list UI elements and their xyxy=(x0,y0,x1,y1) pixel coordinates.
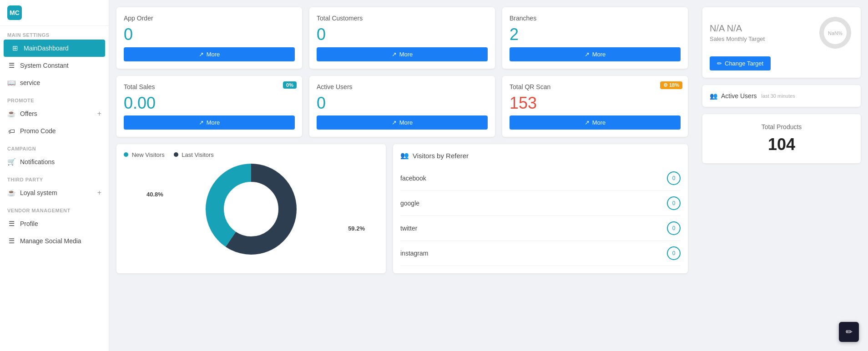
card-title-total-sales: Total Sales xyxy=(124,83,295,90)
card-title-branches: Branches xyxy=(510,15,681,22)
card-title-total-qr-scan: Total QR Scan xyxy=(510,83,681,90)
more-btn-total-customers[interactable]: ↗ More xyxy=(317,47,488,61)
more-link-icon: ↗ xyxy=(392,51,397,58)
referer-row-facebook: facebook 0 xyxy=(400,166,681,191)
visitors-chart-card: New Visitors Last Visitors xyxy=(116,144,386,273)
plus-icon-loyal[interactable]: + xyxy=(97,189,101,197)
social-icon: ☰ xyxy=(7,237,15,245)
referer-row-instagram: instagram 0 xyxy=(400,241,681,266)
more-link-icon: ↗ xyxy=(392,119,397,126)
sidebar-item-main-dashboard[interactable]: ⊞ MainDashboard xyxy=(4,40,105,57)
legend-new-visitors: New Visitors xyxy=(124,151,165,158)
notifications-icon: 🛒 xyxy=(7,158,15,166)
sidebar-item-system-constant[interactable]: ☰ System Constant xyxy=(0,57,109,74)
sidebar-item-notifications[interactable]: 🛒 Notifications xyxy=(0,153,109,170)
sidebar-item-promo-code[interactable]: 🏷 Promo Code xyxy=(0,122,109,140)
nav-label: Profile xyxy=(20,220,38,227)
card-active-users: Active Users 0 ↗ More xyxy=(309,76,495,137)
legend-last-visitors: Last Visitors xyxy=(174,151,214,158)
total-products-card: Total Products 104 xyxy=(702,114,861,163)
section-third-party: Third Party xyxy=(0,170,109,184)
change-target-btn[interactable]: ✏ Change Target xyxy=(710,56,771,70)
sidebar-item-service[interactable]: 📖 service xyxy=(0,74,109,91)
more-btn-total-qr-scan[interactable]: ↗ More xyxy=(510,115,681,130)
nav-label: Loyal system xyxy=(20,189,57,196)
donut-chart-container: 40.8% 59.2% xyxy=(124,164,378,255)
referer-row-google: google 0 xyxy=(400,191,681,216)
system-icon: ☰ xyxy=(7,61,15,70)
promo-icon: 🏷 xyxy=(7,127,15,135)
profile-icon: ☰ xyxy=(7,220,15,228)
badge-0pct: 0% xyxy=(283,81,297,89)
sidebar-item-profile[interactable]: ☰ Profile xyxy=(0,215,109,232)
active-users-time: last 30 minutes xyxy=(762,93,795,99)
new-pct-label: 40.8% xyxy=(146,191,163,198)
referer-row-twitter: twitter 0 xyxy=(400,216,681,241)
card-value-total-customers: 0 xyxy=(317,25,488,44)
more-link-icon: ↗ xyxy=(585,51,590,58)
sales-target-card: N/A N/A Sales Monthly Target NaN% ✏ Chan… xyxy=(702,7,861,78)
nav-label: Promo Code xyxy=(20,127,56,135)
active-users-section: 👥 Active Users last 30 minutes xyxy=(710,92,853,100)
nav-label: Notifications xyxy=(20,158,55,165)
more-btn-active-users[interactable]: ↗ More xyxy=(317,115,488,130)
sidebar-logo: MC xyxy=(0,0,109,26)
last-pct-label: 59.2% xyxy=(348,225,365,232)
more-link-icon: ↗ xyxy=(585,119,590,126)
content-area: App Order 0 ↗ More Total Customers 0 ↗ M… xyxy=(109,0,695,351)
sidebar-item-loyal-system[interactable]: ☕ Loyal system + xyxy=(0,184,109,201)
svg-text:NaN%: NaN% xyxy=(828,30,843,36)
sidebar: MC Main Settings ⊞ MainDashboard ☰ Syste… xyxy=(0,0,109,351)
service-icon: 📖 xyxy=(7,79,15,87)
donut-svg xyxy=(201,159,301,259)
total-products-label: Total Products xyxy=(710,123,853,130)
fab-icon: ✏ xyxy=(846,327,853,337)
small-donut-svg: NaN% xyxy=(817,15,853,51)
loyal-icon: ☕ xyxy=(7,189,15,197)
layout-wrapper: App Order 0 ↗ More Total Customers 0 ↗ M… xyxy=(109,0,868,351)
card-title-active-users: Active Users xyxy=(317,83,488,90)
referer-count-instagram: 0 xyxy=(667,246,681,260)
logo-icon: MC xyxy=(7,5,22,20)
fab-button[interactable]: ✏ xyxy=(839,322,859,342)
new-visitors-dot xyxy=(124,152,128,157)
referer-count-google: 0 xyxy=(667,196,681,210)
more-btn-app-order[interactable]: ↗ More xyxy=(124,47,295,61)
referer-card: 👥 Visitors by Referer facebook 0 google … xyxy=(393,144,688,273)
card-value-branches: 2 xyxy=(510,25,681,44)
nav-label: Manage Social Media xyxy=(20,237,81,245)
card-title-total-customers: Total Customers xyxy=(317,15,488,22)
card-branches: Branches 2 ↗ More xyxy=(502,7,688,69)
more-btn-total-sales[interactable]: ↗ More xyxy=(124,115,295,130)
card-value-app-order: 0 xyxy=(124,25,295,44)
offers-icon: ☕ xyxy=(7,110,15,118)
edit-icon: ✏ xyxy=(717,60,722,67)
card-value-active-users: 0 xyxy=(317,94,488,112)
sales-donut-small: NaN% xyxy=(817,15,853,51)
more-btn-branches[interactable]: ↗ More xyxy=(510,47,681,61)
referer-icon: 👥 xyxy=(400,151,409,160)
referer-title: 👥 Visitors by Referer xyxy=(400,151,681,160)
main-content: App Order 0 ↗ More Total Customers 0 ↗ M… xyxy=(109,0,695,351)
sales-monthly-label: Sales Monthly Target xyxy=(710,35,765,42)
chart-referer-row: New Visitors Last Visitors xyxy=(116,144,688,273)
section-promote: Promote xyxy=(0,91,109,105)
nav-label: MainDashboard xyxy=(24,45,69,52)
section-vendor-mgmt: Vendor Management xyxy=(0,201,109,215)
sales-target-info: N/A N/A Sales Monthly Target xyxy=(710,23,765,42)
top-cards-row: App Order 0 ↗ More Total Customers 0 ↗ M… xyxy=(116,7,688,69)
card-total-customers: Total Customers 0 ↗ More xyxy=(309,7,495,69)
more-link-icon: ↗ xyxy=(199,119,204,126)
sidebar-item-offers[interactable]: ☕ Offers + xyxy=(0,105,109,122)
sidebar-item-manage-social-media[interactable]: ☰ Manage Social Media xyxy=(0,232,109,250)
dashboard-icon: ⊞ xyxy=(11,44,19,52)
badge-18pct: ⚙ 18% xyxy=(660,81,682,89)
gear-icon: ⚙ xyxy=(663,82,668,88)
active-users-label: Active Users xyxy=(721,92,757,100)
sales-nan-label: N/A N/A xyxy=(710,23,765,34)
active-users-icon: 👥 xyxy=(710,92,717,100)
plus-icon[interactable]: + xyxy=(97,110,101,118)
last-visitors-dot xyxy=(174,152,178,157)
right-panel: N/A N/A Sales Monthly Target NaN% ✏ Chan… xyxy=(695,0,868,351)
section-campaign: Campaign xyxy=(0,140,109,153)
